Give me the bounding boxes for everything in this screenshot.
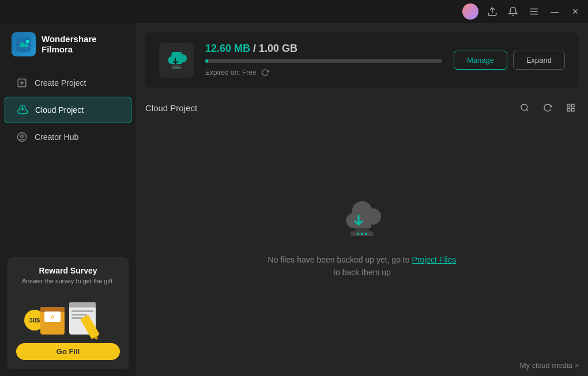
svg-rect-23 — [355, 228, 370, 233]
reward-illustration: 30$ a — [16, 291, 120, 337]
content-header: Cloud Project — [136, 97, 588, 123]
minimize-button[interactable]: — — [548, 5, 561, 18]
sidebar-item-create-project[interactable]: Create Project — [5, 70, 131, 96]
creator-hub-icon — [16, 131, 28, 143]
svg-point-13 — [174, 67, 175, 68]
expand-button[interactable]: Expand — [513, 51, 565, 70]
content-section-title: Cloud Project — [145, 103, 197, 113]
storage-info: 12.60 MB / 1.00 GB Expired on: Free — [205, 43, 442, 78]
upload-icon[interactable] — [485, 5, 499, 18]
svg-rect-12 — [174, 65, 180, 67]
create-project-label: Create Project — [35, 78, 86, 88]
go-fill-button[interactable]: Go Fill — [16, 343, 120, 360]
svg-line-17 — [526, 109, 528, 111]
svg-point-26 — [365, 233, 367, 235]
storage-actions: Manage Expand — [454, 51, 565, 70]
reward-title: Reward Survey — [16, 266, 120, 275]
sidebar-bottom: Reward Survey Answer the survey to get t… — [0, 250, 136, 376]
svg-point-14 — [176, 67, 177, 68]
expiry-text: Expired on: Free — [205, 69, 257, 77]
sidebar: WondershareFilmora Create Project — [0, 23, 136, 376]
creator-hub-label: Creator Hub — [35, 132, 78, 142]
refresh-content-button[interactable] — [540, 100, 556, 116]
sidebar-item-creator-hub[interactable]: Creator Hub — [5, 124, 131, 150]
project-files-link[interactable]: Project Files — [412, 255, 456, 264]
cloud-icon-box — [159, 43, 194, 78]
empty-message-post: to back them up — [333, 268, 391, 277]
storage-bar-fill — [205, 59, 208, 63]
storage-expiry: Expired on: Free — [205, 67, 442, 78]
storage-card: 12.60 MB / 1.00 GB Expired on: Free — [145, 32, 579, 88]
svg-point-15 — [178, 67, 179, 68]
svg-point-5 — [26, 40, 29, 43]
svg-rect-21 — [571, 108, 574, 111]
svg-rect-19 — [571, 104, 574, 107]
svg-point-16 — [521, 104, 527, 111]
main-content: 12.60 MB / 1.00 GB Expired on: Free — [136, 23, 588, 376]
reward-card: Reward Survey Answer the survey to get t… — [7, 257, 129, 369]
content-footer: My cloud media > — [136, 354, 588, 376]
svg-point-25 — [361, 233, 363, 235]
svg-rect-18 — [567, 104, 570, 107]
svg-point-10 — [21, 135, 24, 138]
cloud-project-icon — [17, 104, 28, 116]
svg-rect-20 — [567, 108, 570, 111]
close-button[interactable]: ✕ — [568, 5, 582, 18]
refresh-button[interactable] — [260, 67, 270, 78]
sidebar-item-cloud-project[interactable]: Cloud Project — [5, 97, 131, 123]
storage-numbers: 12.60 MB / 1.00 GB — [205, 43, 442, 55]
empty-state: No files have been backed up yet, go to … — [136, 123, 588, 354]
app-logo[interactable]: WondershareFilmora — [0, 23, 136, 66]
notification-icon[interactable] — [506, 5, 520, 18]
empty-state-text: No files have been backed up yet, go to … — [268, 253, 457, 279]
menu-icon[interactable] — [527, 5, 541, 18]
reward-description: Answer the survey to get the gift. — [16, 278, 120, 284]
storage-used: 12.60 MB — [205, 43, 250, 54]
logo-icon — [12, 32, 36, 56]
empty-message-pre: No files have been backed up yet, go to — [268, 255, 412, 264]
svg-point-24 — [357, 233, 359, 235]
nav-items: Create Project Cloud Project — [0, 66, 136, 154]
header-actions — [517, 100, 579, 116]
title-bar: — ✕ — [0, 0, 588, 23]
empty-cloud-icon — [339, 198, 385, 244]
app-name: WondershareFilmora — [42, 34, 97, 55]
create-project-icon — [16, 77, 28, 89]
cloud-project-label: Cloud Project — [35, 105, 84, 115]
storage-total: / 1.00 GB — [253, 43, 297, 54]
user-avatar-icon[interactable] — [462, 3, 478, 20]
grid-view-button[interactable] — [563, 100, 579, 116]
search-button[interactable] — [517, 100, 533, 116]
storage-bar-track — [205, 59, 442, 63]
my-cloud-media-link[interactable]: My cloud media > — [520, 361, 579, 370]
manage-button[interactable]: Manage — [454, 51, 507, 70]
